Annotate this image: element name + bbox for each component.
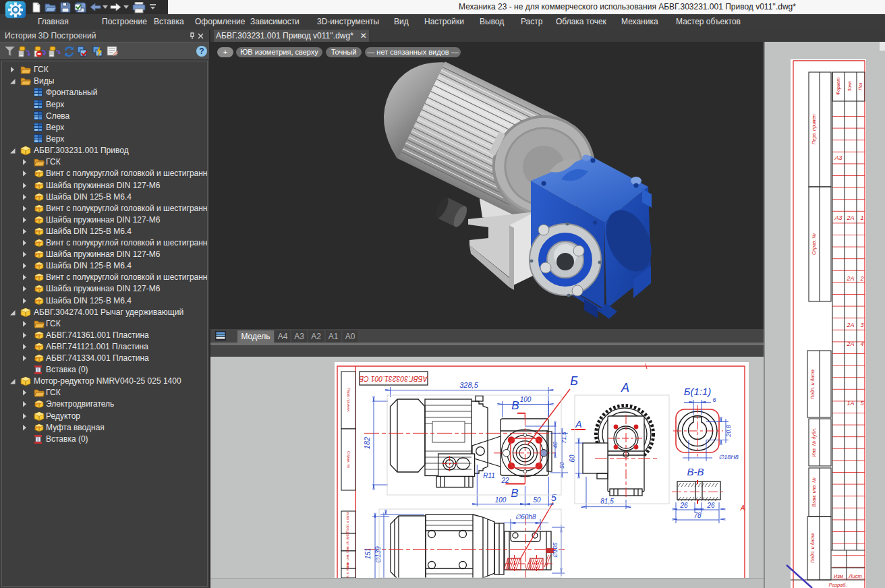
svg-text:50: 50 [533, 496, 541, 504]
svg-text:Подп. и дата: Подп. и дата [810, 370, 815, 399]
svg-text:2А: 2А [846, 275, 854, 282]
svg-text:Перв. примен: Перв. примен [811, 115, 817, 145]
svg-text:Б(1:1): Б(1:1) [684, 386, 712, 397]
svg-text:151: 151 [364, 548, 372, 560]
svg-text:40: 40 [552, 442, 559, 448]
svg-text:Инв. № дубл.: Инв. № дубл. [811, 428, 817, 457]
svg-text:2А: 2А [846, 322, 854, 328]
svg-text:3: 3 [860, 322, 863, 328]
svg-text:Справ. №: Справ. № [347, 451, 351, 468]
svg-text:А3: А3 [834, 214, 842, 221]
svg-text:Подп. и дата: Подп. и дата [345, 512, 349, 533]
svg-text:А: А [575, 419, 581, 430]
svg-text:А: А [740, 504, 745, 512]
svg-text:АБВГ.303231.001 СБ: АБВГ.303231.001 СБ [359, 375, 428, 383]
svg-text:В: В [511, 399, 519, 412]
svg-text:2: 2 [859, 275, 863, 282]
svg-text:78: 78 [693, 512, 702, 519]
svg-text:В-В: В-В [687, 466, 704, 477]
svg-text:Лист: Лист [848, 573, 861, 579]
svg-text:5: 5 [551, 492, 556, 503]
svg-text:Поз: Поз [858, 82, 863, 90]
svg-text:R11: R11 [483, 472, 495, 479]
svg-text:100: 100 [495, 496, 507, 504]
svg-text:328,5: 328,5 [459, 381, 478, 389]
svg-text:Перв. примен.: Перв. примен. [347, 388, 351, 413]
svg-text:А: А [621, 381, 629, 394]
svg-text:Подп. и дата: Подп. и дата [810, 533, 815, 563]
svg-text:∅18Н8: ∅18Н8 [718, 454, 738, 461]
svg-text:22: 22 [501, 477, 509, 484]
svg-text:26: 26 [706, 502, 715, 509]
svg-text:Взам. инв. №: Взам. инв. № [811, 477, 816, 507]
svg-text:Справ. №: Справ. № [811, 233, 817, 255]
svg-text:Изм: Изм [834, 573, 843, 579]
svg-text:1А: 1А [847, 400, 854, 407]
svg-text:2А: 2А [846, 214, 854, 221]
svg-text:∅105: ∅105 [552, 542, 559, 558]
svg-text:20,8: 20,8 [725, 425, 732, 438]
svg-text:Б: Б [570, 374, 578, 388]
svg-text:50: 50 [559, 462, 565, 469]
svg-text:Формат: Формат [836, 78, 841, 95]
svg-text:∅139: ∅139 [374, 546, 382, 564]
svg-text:2А: 2А [846, 341, 854, 347]
svg-text:6: 6 [712, 396, 716, 403]
svg-text:1: 1 [860, 214, 863, 221]
svg-text:∅60h8: ∅60h8 [515, 513, 536, 521]
svg-text:100: 100 [520, 396, 532, 403]
svg-text:182: 182 [363, 437, 371, 449]
svg-text:Зона: Зона [847, 81, 852, 91]
svg-text:Разраб.: Разраб. [828, 582, 847, 588]
svg-text:А3: А3 [834, 154, 842, 161]
svg-text:26: 26 [679, 502, 688, 509]
svg-text:4: 4 [860, 341, 863, 347]
svg-text:В: В [511, 487, 518, 500]
